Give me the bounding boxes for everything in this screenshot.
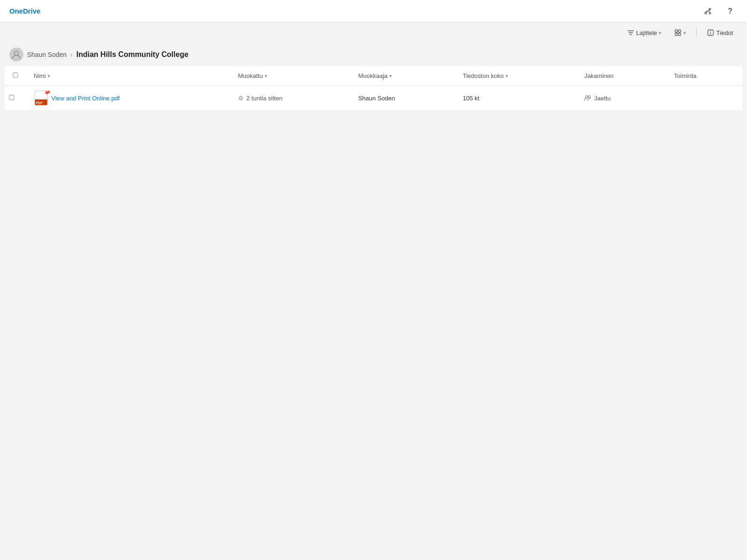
modified-sort-chevron: ▾: [265, 73, 267, 78]
shared-icon: [584, 94, 592, 103]
modified-cell: ⚙ 2 tuntia sitten: [231, 86, 351, 111]
svg-rect-3: [675, 30, 677, 32]
breadcrumb: Shaun Soden › Indian Hills Community Col…: [0, 43, 747, 66]
help-icon[interactable]: ?: [723, 4, 738, 19]
svg-point-10: [14, 51, 19, 56]
sync-icon: ⚙: [238, 95, 244, 102]
file-list-container: Nimi ▾ Muokattu ▾ Muokkaaja ▾: [0, 66, 747, 111]
modifier-sort-chevron: ▾: [389, 73, 392, 78]
svg-point-2: [709, 12, 711, 14]
svg-point-1: [705, 12, 707, 14]
app-title: OneDrive: [9, 7, 41, 15]
view-button[interactable]: ▾: [669, 26, 691, 39]
svg-point-0: [709, 8, 711, 10]
file-type-icon: PDF 📌: [34, 91, 49, 105]
file-name[interactable]: View and Print Online.pdf: [51, 95, 120, 102]
table-row[interactable]: PDF 📌 View and Print Online.pdf ⚙ 2 tunt…: [5, 86, 742, 111]
col-header-modifier[interactable]: Muokkaaja ▾: [351, 66, 455, 86]
share-icon[interactable]: [700, 4, 715, 19]
col-header-activity[interactable]: Toiminta: [666, 66, 742, 86]
avatar: [9, 48, 23, 62]
svg-rect-5: [675, 33, 677, 35]
breadcrumb-separator: ›: [70, 51, 73, 58]
breadcrumb-user[interactable]: Shaun Soden: [27, 51, 67, 58]
svg-point-14: [588, 96, 591, 98]
svg-rect-11: [13, 73, 18, 77]
modified-time: 2 tuntia sitten: [247, 95, 282, 102]
svg-point-9: [711, 31, 712, 32]
modifier-cell: Shaun Soden: [351, 86, 455, 111]
toolbar-divider: [696, 28, 697, 37]
topbar-right: ?: [700, 4, 738, 19]
col-header-size[interactable]: Tiedoston koko ▾: [455, 66, 577, 86]
size-sort-chevron: ▾: [506, 73, 508, 78]
svg-point-13: [586, 96, 588, 98]
view-chevron: ▾: [684, 30, 686, 35]
sharing-cell: Jaettu: [577, 86, 666, 111]
col-header-modified[interactable]: Muokattu ▾: [231, 66, 351, 86]
breadcrumb-current-folder: Indian Hills Community College: [77, 50, 189, 59]
row-checkbox-cell: [5, 86, 26, 111]
sort-label: Lajittele: [636, 29, 657, 36]
file-name-cell[interactable]: PDF 📌 View and Print Online.pdf: [26, 86, 231, 111]
sort-chevron: ▾: [659, 30, 661, 35]
info-label: Tiedot: [716, 29, 733, 36]
topbar-left: OneDrive: [9, 7, 41, 15]
table-header-row: Nimi ▾ Muokattu ▾ Muokkaaja ▾: [5, 66, 742, 86]
name-sort-chevron: ▾: [48, 73, 50, 78]
sharing-label: Jaettu: [594, 95, 610, 102]
info-button[interactable]: Tiedot: [702, 26, 738, 39]
toolbar: Lajittele ▾ ▾ Tiedot: [0, 22, 747, 43]
col-header-name[interactable]: Nimi ▾: [26, 66, 231, 86]
svg-rect-6: [678, 33, 681, 35]
topbar: OneDrive ?: [0, 0, 747, 22]
sort-button[interactable]: Lajittele ▾: [622, 26, 666, 39]
col-header-sharing[interactable]: Jakaminen: [577, 66, 666, 86]
activity-cell: [666, 86, 742, 111]
file-table: Nimi ▾ Muokattu ▾ Muokkaaja ▾: [5, 66, 742, 111]
svg-rect-12: [9, 95, 14, 100]
size-cell: 105 kt: [455, 86, 577, 111]
col-header-checkbox[interactable]: [5, 66, 26, 86]
svg-rect-4: [678, 30, 681, 32]
